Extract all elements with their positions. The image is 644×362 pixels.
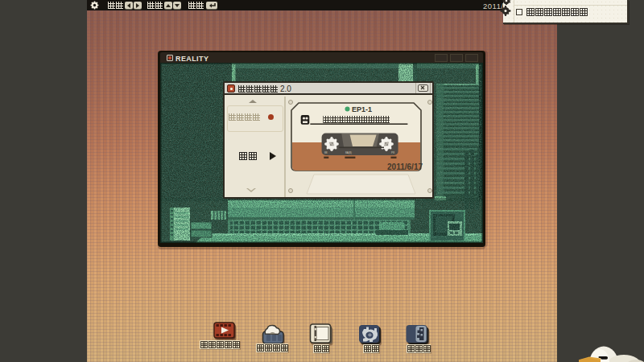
- svg-text:P8: P8: [391, 151, 394, 154]
- svg-text:2011/6/17: 2011/6/17: [387, 162, 423, 171]
- svg-text:EP1-1: EP1-1: [352, 105, 372, 113]
- svg-text:88: 88: [324, 151, 328, 154]
- svg-text:8A(8): 8A(8): [345, 151, 352, 154]
